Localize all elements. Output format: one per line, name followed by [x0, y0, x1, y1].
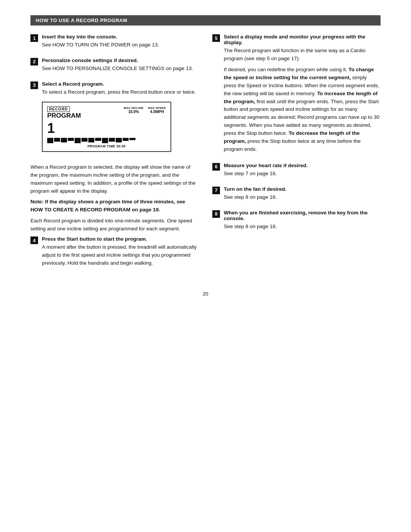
record-display-diagram: RECORD PROGRAM MAX INCLINE 10.0% MAX SPE… — [42, 102, 171, 152]
step-2-title: Personalize console settings if desired. — [42, 58, 199, 63]
bar-8 — [95, 138, 101, 141]
step-8: 8 When you are finished exercising, remo… — [212, 210, 381, 233]
display-speed-label: MAX SPEED — [148, 106, 166, 110]
step-1-content: Insert the key into the console. See HOW… — [42, 34, 199, 51]
display-bars — [47, 138, 166, 143]
note-bold-text: Note: If the display shows a program tim… — [30, 199, 185, 212]
display-program-number: 1 — [47, 120, 166, 136]
step-7-number: 7 — [212, 187, 220, 194]
section-header: HOW TO USE A RECORD PROGRAM — [30, 15, 381, 26]
step-5-title: Select a display mode and monitor your p… — [224, 34, 381, 45]
step-6-title: Measure your heart rate if desired. — [224, 163, 381, 168]
step-5-content: Select a display mode and monitor your p… — [224, 34, 381, 157]
step-1-title: Insert the key into the console. — [42, 34, 199, 40]
step-4-number: 4 — [30, 236, 38, 244]
note-paragraph: Note: If the display shows a program tim… — [30, 198, 199, 214]
bar-10 — [109, 138, 115, 142]
bar-5 — [75, 138, 81, 143]
bar-3 — [61, 138, 67, 142]
step-6-number: 6 — [212, 163, 220, 171]
step-7-body: See step 8 on page 16. — [224, 193, 381, 201]
display-stat-speed: MAX SPEED 4.0MPH — [148, 106, 166, 114]
step-2-content: Personalize console settings if desired.… — [42, 58, 199, 75]
bar-1 — [47, 138, 53, 143]
step-7-content: Turn on the fan if desired. See step 8 o… — [224, 186, 381, 204]
step-3-number: 3 — [30, 81, 38, 89]
display-time-label: PROGRAM TIME — [88, 144, 115, 148]
step-1-body: See HOW TO TURN ON THE POWER on page 13. — [42, 41, 199, 49]
display-stats: MAX INCLINE 10.0% MAX SPEED 4.0MPH — [124, 106, 166, 114]
step-3-content: Select a Record program. To select a Rec… — [42, 81, 199, 157]
step-8-number: 8 — [212, 210, 220, 218]
display-incline-label: MAX INCLINE — [124, 106, 143, 110]
header-title: HOW TO USE A RECORD PROGRAM — [36, 18, 127, 23]
step-2-body: See HOW TO PERSONALIZE CONSOLE SETTINGS … — [42, 65, 199, 73]
step-1-number: 1 — [30, 34, 38, 42]
display-time: PROGRAM TIME 30:00 — [47, 144, 166, 148]
step-8-body: See step 8 on page 18. — [224, 223, 381, 231]
bar-2 — [54, 138, 60, 142]
step-1: 1 Insert the key into the console. See H… — [30, 34, 199, 51]
paragraph-1: When a Record program is selected, the d… — [30, 163, 199, 195]
step-8-title: When you are finished exercising, remove… — [224, 210, 381, 221]
bar-13 — [129, 138, 135, 140]
display-program-label: PROGRAM — [47, 112, 81, 119]
step-6-body: See step 7 on page 16. — [224, 170, 381, 178]
step-5-number: 5 — [212, 34, 220, 42]
step-7: 7 Turn on the fan if desired. See step 8… — [212, 186, 381, 204]
display-speed-value: 4.0MPH — [150, 110, 164, 114]
bar-4 — [68, 138, 74, 141]
right-column: 5 Select a display mode and monitor your… — [212, 34, 381, 276]
step-3-body: To select a Record program, press the Re… — [42, 88, 199, 96]
step-5-body1: The Record program will function in the … — [224, 47, 381, 63]
display-record-label: RECORD — [47, 106, 70, 112]
display-title-block: RECORD PROGRAM — [47, 106, 81, 119]
step-6: 6 Measure your heart rate if desired. Se… — [212, 163, 381, 180]
step-5-body2: If desired, you can redefine the program… — [224, 66, 381, 153]
step-4-body: A moment after the button is pressed, th… — [42, 243, 199, 267]
display-stat-incline: MAX INCLINE 10.0% — [124, 106, 143, 114]
step-3-title: Select a Record program. — [42, 81, 199, 87]
step-3: 3 Select a Record program. To select a R… — [30, 81, 199, 157]
step-7-title: Turn on the fan if desired. — [224, 186, 381, 192]
step-8-content: When you are finished exercising, remove… — [224, 210, 381, 233]
step-2: 2 Personalize console settings if desire… — [30, 58, 199, 75]
bar-9 — [102, 138, 108, 143]
bar-6 — [81, 138, 88, 142]
paragraph-2: Each Record program is divided into one-… — [30, 217, 199, 233]
page-number: 20 — [30, 291, 381, 297]
left-column: 1 Insert the key into the console. See H… — [30, 34, 199, 276]
bar-12 — [123, 138, 129, 141]
step-4-title: Press the Start button to start the prog… — [42, 236, 199, 242]
step-6-content: Measure your heart rate if desired. See … — [224, 163, 381, 180]
step-5: 5 Select a display mode and monitor your… — [212, 34, 381, 157]
step-4: 4 Press the Start button to start the pr… — [30, 236, 199, 270]
display-time-value: 30:00 — [116, 144, 126, 148]
bar-11 — [116, 138, 122, 142]
display-incline-value: 10.0% — [128, 110, 139, 114]
step-4-content: Press the Start button to start the prog… — [42, 236, 199, 270]
step-5-intro: If desired, you can redefine the program… — [224, 67, 347, 72]
step-2-number: 2 — [30, 58, 38, 66]
bar-7 — [88, 138, 94, 142]
